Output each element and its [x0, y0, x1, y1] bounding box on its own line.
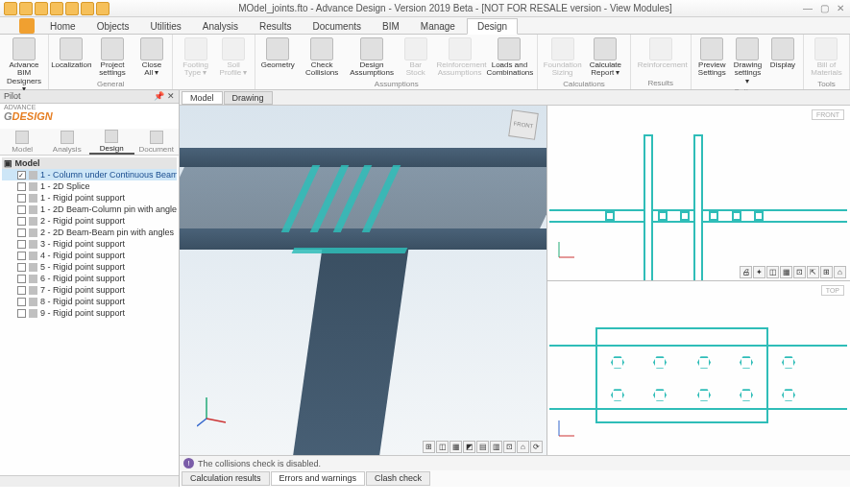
qat-button[interactable]: [50, 2, 63, 15]
checkbox-icon[interactable]: [17, 252, 26, 260]
checkbox-icon[interactable]: [17, 309, 26, 318]
vp-tool[interactable]: ▦: [449, 441, 462, 453]
bottom-tab[interactable]: Clash check: [366, 471, 430, 486]
qat-button[interactable]: [65, 2, 79, 15]
qat-button[interactable]: [35, 2, 48, 15]
maximize-icon[interactable]: ▢: [820, 3, 829, 13]
ribbon-button[interactable]: Loads and Combinations: [485, 36, 533, 79]
ribbon-button[interactable]: Drawing settings ▾: [731, 36, 765, 86]
tree-item[interactable]: 2 - Rigid point support: [2, 215, 177, 227]
menu-tab-manage[interactable]: Manage: [411, 19, 465, 34]
ribbon-button[interactable]: Close All ▾: [135, 36, 169, 79]
menu-tab-results[interactable]: Results: [250, 19, 301, 34]
ribbon-label: Soil Profile ▾: [219, 61, 248, 78]
vp-tool[interactable]: ⊞: [423, 441, 435, 453]
tree-item[interactable]: 1 - Rigid point support: [2, 192, 177, 204]
tree-item[interactable]: 4 - Rigid point support: [2, 250, 177, 261]
tree-item[interactable]: 1 - Column under Continuous Beam fixed c…: [2, 169, 177, 180]
qat-button[interactable]: [4, 2, 17, 15]
vp-tool[interactable]: ⌂: [834, 266, 846, 278]
checkbox-icon[interactable]: [17, 240, 26, 249]
vp-tool[interactable]: ⇱: [807, 266, 819, 278]
checkbox-icon[interactable]: [17, 205, 26, 214]
ribbon-button[interactable]: Localization: [53, 36, 90, 79]
checkbox-icon[interactable]: [17, 286, 26, 295]
viewport-toolbar-front: 🖨 ✦ ◫ ▦ ⊡ ⇱ ⊞ ⌂: [740, 266, 846, 278]
tree-item[interactable]: 1 - 2D Splice: [2, 180, 177, 192]
pilot-title: Pilot: [4, 91, 21, 102]
checkbox-icon[interactable]: [17, 182, 26, 191]
qat-button[interactable]: [19, 2, 33, 15]
ribbon-icon: [551, 37, 574, 60]
ribbon-icon: [222, 37, 245, 60]
tree-item-label: 1 - Column under Continuous Beam fixed c…: [40, 170, 177, 180]
tree-item[interactable]: 2 - 2D Beam-Beam pin with angles: [2, 227, 177, 238]
vp-tool[interactable]: ⌂: [517, 441, 529, 453]
vp-tool[interactable]: ▤: [476, 441, 489, 453]
tree-item[interactable]: 8 - Rigid point support: [2, 296, 177, 307]
tree-item[interactable]: 5 - Rigid point support: [2, 261, 177, 273]
pilot-tab-analysis[interactable]: Analysis: [45, 129, 90, 155]
tree-item[interactable]: 1 - 2D Beam-Column pin with angles: [2, 204, 177, 215]
menu-tab-utilities[interactable]: Utilities: [141, 19, 191, 34]
3d-viewport[interactable]: FRONT ⊞ ◫ ▦ ◩ ▤ ▥ ⊡ ⌂ ⟳: [180, 106, 547, 455]
pilot-tab-document[interactable]: Document: [134, 129, 180, 155]
view-tab-model[interactable]: Model: [182, 91, 223, 105]
checkbox-icon[interactable]: [17, 275, 26, 283]
pilot-tab-design[interactable]: Design: [89, 129, 134, 155]
vp-tool[interactable]: ⟳: [530, 441, 543, 453]
top-viewport[interactable]: TOP: [547, 281, 850, 456]
ribbon-button: Foundation Sizing: [542, 36, 583, 79]
ribbon-button[interactable]: Check Collisions: [298, 36, 346, 79]
pin-icon[interactable]: 📌 ✕: [154, 91, 175, 102]
tree-item[interactable]: 9 - Rigid point support: [2, 307, 177, 319]
ribbon-button[interactable]: Display: [766, 36, 799, 86]
tree-item-label: 7 - Rigid point support: [40, 285, 125, 295]
menu-tab-analysis[interactable]: Analysis: [193, 19, 248, 34]
checkbox-icon[interactable]: [17, 228, 26, 237]
ribbon-button[interactable]: Preview Settings: [695, 36, 729, 86]
view-tab-drawing[interactable]: Drawing: [224, 91, 273, 105]
vp-tool[interactable]: ⊞: [820, 266, 833, 278]
qat-button[interactable]: [81, 2, 94, 15]
bottom-tab[interactable]: Calculation results: [182, 471, 270, 486]
tree-root[interactable]: ▣ Model: [2, 157, 177, 169]
checkbox-icon[interactable]: [17, 298, 26, 306]
menu-tab-design[interactable]: Design: [467, 18, 518, 35]
vp-tool[interactable]: ▦: [780, 266, 792, 278]
checkbox-icon[interactable]: [17, 217, 26, 226]
vp-tool[interactable]: ⊡: [793, 266, 806, 278]
vp-tool[interactable]: ▥: [490, 441, 502, 453]
bottom-tab[interactable]: Errors and warnings: [271, 471, 366, 486]
vp-tool[interactable]: ⊡: [503, 441, 516, 453]
ribbon-button[interactable]: Calculate Report ▾: [585, 36, 626, 79]
app-button[interactable]: [19, 18, 35, 34]
menu-tab-documents[interactable]: Documents: [303, 19, 371, 34]
tree-item[interactable]: 6 - Rigid point support: [2, 273, 177, 284]
ribbon-button[interactable]: Design Assumptions: [348, 36, 396, 79]
ribbon-button[interactable]: Geometry: [259, 36, 296, 79]
vp-tool[interactable]: ◫: [766, 266, 779, 278]
view-cube[interactable]: FRONT: [508, 109, 539, 140]
front-viewport[interactable]: FRONT 🖨 ✦: [547, 106, 850, 281]
vp-tool[interactable]: ◩: [463, 441, 475, 453]
ribbon-icon: [498, 37, 521, 60]
pilot-scrollbar[interactable]: [0, 475, 179, 487]
ribbon-button[interactable]: Advance BIM Designers ▾: [4, 36, 44, 95]
pilot-tab-model[interactable]: Model: [0, 129, 45, 155]
qat-button[interactable]: [96, 2, 109, 15]
vp-tool[interactable]: ◫: [436, 441, 449, 453]
menu-tab-home[interactable]: Home: [40, 19, 85, 34]
menu-tab-objects[interactable]: Objects: [87, 19, 139, 34]
tree-item[interactable]: 3 - Rigid point support: [2, 238, 177, 250]
menu-tab-bim[interactable]: BIM: [373, 19, 409, 34]
checkbox-icon[interactable]: [17, 171, 26, 180]
tree-item[interactable]: 7 - Rigid point support: [2, 284, 177, 296]
checkbox-icon[interactable]: [17, 263, 26, 272]
close-icon[interactable]: ✕: [837, 3, 844, 13]
minimize-icon[interactable]: —: [803, 3, 813, 13]
vp-tool[interactable]: 🖨: [740, 266, 752, 278]
ribbon-button[interactable]: Project settings: [92, 36, 134, 79]
vp-tool[interactable]: ✦: [753, 266, 765, 278]
checkbox-icon[interactable]: [17, 194, 26, 203]
